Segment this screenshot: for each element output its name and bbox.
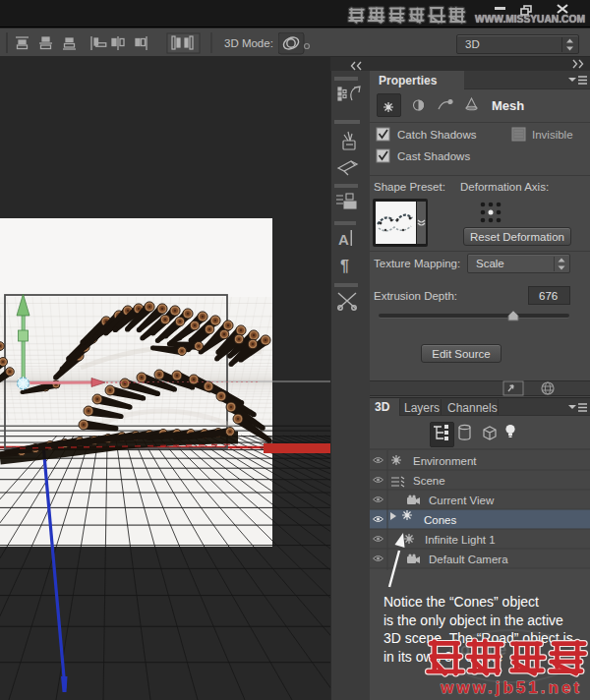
svg-text:A: A — [338, 231, 349, 248]
svg-text:¶: ¶ — [340, 258, 349, 274]
